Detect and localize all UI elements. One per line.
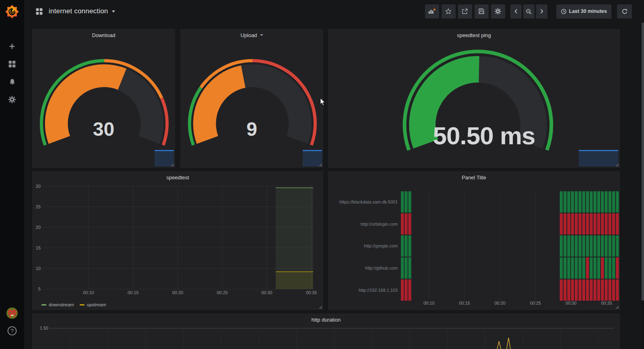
status-bar	[597, 235, 600, 257]
panel-title-speedtest[interactable]: speedtest	[33, 172, 323, 183]
svg-text:30: 30	[36, 184, 41, 189]
share-button[interactable]	[458, 4, 472, 19]
panel-title-http-duration[interactable]: http duration	[33, 314, 619, 325]
sidebar-item-configuration[interactable]	[4, 91, 20, 108]
resize-handle[interactable]	[318, 305, 322, 309]
status-bar	[612, 235, 615, 257]
status-bar	[605, 191, 607, 213]
status-bar	[609, 235, 611, 257]
resize-handle[interactable]	[170, 163, 174, 166]
svg-text:00:10: 00:10	[83, 290, 94, 295]
status-bar	[401, 258, 404, 279]
share-icon	[461, 8, 469, 15]
status-bar	[408, 235, 411, 257]
status-bar	[405, 258, 407, 279]
svg-text:00:20: 00:20	[172, 290, 183, 295]
status-bar	[408, 258, 411, 279]
status-bar	[612, 191, 615, 213]
status-bar	[601, 258, 604, 279]
resize-handle[interactable]	[318, 163, 322, 166]
grafana-logo[interactable]	[4, 3, 20, 19]
sidebar-item-dashboards[interactable]	[4, 56, 20, 72]
status-bar	[605, 213, 607, 235]
status-bar	[578, 279, 581, 301]
user-avatar[interactable]	[4, 305, 20, 321]
status-bar	[405, 235, 407, 257]
refresh-icon	[621, 8, 628, 15]
status-bar	[593, 235, 596, 257]
status-bar	[571, 279, 574, 301]
add-panel-button[interactable]	[425, 4, 439, 19]
scrollbar-thumb[interactable]	[642, 23, 644, 301]
panel-title-status[interactable]: Panel Title	[328, 172, 619, 183]
status-bar	[582, 258, 585, 279]
star-icon	[445, 8, 452, 15]
resize-handle[interactable]	[615, 305, 619, 309]
status-bar	[601, 191, 604, 213]
status-bar	[401, 279, 404, 301]
legend-item-upstream[interactable]: upstream	[80, 302, 106, 307]
status-bar	[567, 191, 570, 213]
legend-item-downstream[interactable]: downstream	[41, 302, 74, 307]
panel-title-speedtest-ping[interactable]: speedtest ping	[328, 29, 619, 41]
status-bar	[571, 213, 574, 235]
status-bar	[586, 213, 589, 235]
status-bar	[578, 258, 581, 279]
chevron-down-icon	[112, 10, 115, 12]
status-bar	[575, 279, 578, 301]
time-forward-button[interactable]	[536, 4, 547, 19]
status-row: https://blackdata.xam.dk:5001	[339, 191, 619, 213]
save-button[interactable]	[475, 4, 489, 19]
status-bar	[564, 258, 566, 279]
panel-title-download[interactable]: Download	[33, 29, 175, 41]
status-bar	[616, 258, 619, 279]
zoom-out-button[interactable]	[523, 4, 535, 19]
status-bar	[408, 191, 411, 213]
star-button[interactable]	[442, 4, 456, 19]
status-bar	[609, 279, 611, 301]
time-range-label: Last 30 minutes	[569, 8, 607, 14]
status-bar	[405, 191, 407, 213]
time-range-picker[interactable]: Last 30 minutes	[556, 4, 611, 19]
sidebar-item-help[interactable]: ?	[4, 323, 20, 339]
status-bar	[582, 213, 585, 235]
panel-status-history: Panel Title 00:1000:1500:2000:2500:3000:…	[328, 171, 620, 310]
status-bar	[408, 213, 411, 235]
downstream-color-swatch	[41, 304, 46, 305]
sidebar-item-create[interactable]	[4, 38, 20, 54]
vertical-scrollbar[interactable]	[642, 23, 644, 349]
refresh-button[interactable]	[617, 4, 632, 19]
status-row-label: http://github.com	[365, 266, 398, 270]
svg-text:00:25: 00:25	[530, 301, 541, 305]
upload-value: 9	[181, 119, 323, 140]
user-avatar-image	[6, 307, 18, 319]
status-history-chart: 00:1000:1500:2000:2500:3000:35https://bl…	[328, 172, 619, 310]
status-bar	[609, 191, 611, 213]
status-bar	[567, 258, 570, 279]
status-bar	[567, 235, 570, 257]
sidebar-item-alerting[interactable]	[4, 74, 20, 90]
status-bar	[560, 235, 563, 257]
status-bar	[575, 235, 578, 257]
status-bar	[601, 279, 604, 301]
sidebar: ?	[0, 0, 24, 349]
panel-title-upload[interactable]: Upload	[181, 29, 323, 41]
status-bar	[560, 258, 563, 279]
status-row: http://orbilogin.com	[361, 213, 619, 235]
svg-text:5: 5	[38, 287, 41, 291]
resize-handle[interactable]	[615, 163, 619, 166]
dashboard-title-button[interactable]: internet connection	[35, 7, 115, 15]
speedtest-legend: downstream upstream	[41, 302, 112, 307]
upload-gauge	[181, 29, 323, 167]
configuration-gear-icon	[8, 96, 16, 104]
status-bar	[560, 279, 563, 301]
status-bar	[586, 191, 589, 213]
status-bar	[571, 235, 574, 257]
dashboard-settings-button[interactable]	[491, 4, 505, 19]
time-back-button[interactable]	[510, 4, 522, 19]
status-bar	[408, 279, 411, 301]
navbar: internet connection	[24, 0, 644, 23]
status-bar	[597, 279, 600, 301]
clock-icon	[561, 8, 567, 15]
status-bar	[401, 191, 404, 213]
